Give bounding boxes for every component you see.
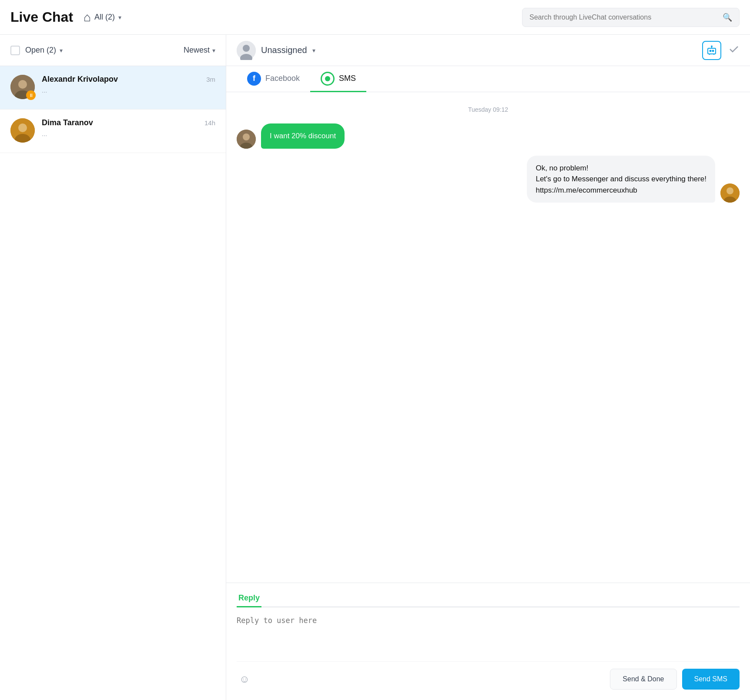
app-title: Live Chat — [10, 9, 73, 25]
send-actions: Send & Done Send SMS — [610, 669, 740, 690]
conv-content: Dima Taranov 14h ... — [42, 118, 215, 137]
tab-reply[interactable]: Reply — [237, 590, 261, 607]
conv-preview: ... — [42, 87, 215, 94]
timestamp-divider: Tuesday 09:12 — [237, 106, 740, 113]
chevron-down-icon: ▾ — [118, 14, 121, 21]
sms-icon — [321, 72, 335, 86]
all-selector-label: All (2) — [94, 13, 115, 22]
select-all-checkbox[interactable] — [10, 46, 20, 55]
send-sms-button[interactable]: Send SMS — [682, 669, 740, 690]
emoji-button[interactable]: ☺ — [237, 671, 252, 687]
conv-top: Dima Taranov 14h — [42, 118, 215, 127]
svg-point-1 — [18, 80, 27, 89]
conv-content: Alexandr Krivolapov 3m ... — [42, 75, 215, 94]
list-item[interactable]: Dima Taranov 14h ... — [0, 110, 226, 153]
mark-done-button[interactable] — [728, 43, 740, 57]
svg-rect-9 — [708, 48, 716, 54]
all-selector[interactable]: ⌂ All (2) ▾ — [84, 10, 121, 24]
svg-point-20 — [727, 187, 733, 194]
message-bubble: I want 20% discount — [261, 123, 345, 149]
avatar-wrap: ⏸ — [10, 75, 35, 99]
tab-facebook[interactable]: f Facebook — [237, 66, 310, 92]
messages-area: Tuesday 09:12 I want 20% discount Ok, no… — [226, 92, 750, 583]
svg-point-7 — [243, 45, 250, 52]
conv-name: Dima Taranov — [42, 118, 93, 127]
reply-tabs: Reply — [237, 583, 740, 607]
search-icon: 🔍 — [723, 13, 732, 22]
svg-point-10 — [710, 50, 711, 51]
svg-point-13 — [711, 46, 712, 47]
header-actions — [702, 41, 740, 60]
list-item[interactable]: ⏸ Alexandr Krivolapov 3m ... — [0, 66, 226, 110]
assignee-label: Unassigned — [261, 45, 307, 55]
bot-button[interactable] — [702, 41, 721, 60]
sms-tab-label: SMS — [339, 74, 356, 83]
conv-top: Alexandr Krivolapov 3m — [42, 75, 215, 84]
open-selector[interactable]: Open (2) ▾ — [25, 46, 63, 55]
assignee-selector[interactable]: Unassigned ▾ — [237, 41, 315, 60]
facebook-icon: f — [247, 72, 261, 86]
conv-time: 3m — [206, 76, 215, 83]
svg-point-17 — [243, 133, 250, 140]
reply-tab-label: Reply — [238, 593, 260, 602]
conv-time: 14h — [204, 119, 215, 127]
facebook-tab-label: Facebook — [265, 74, 300, 83]
main-layout: Open (2) ▾ Newest ▾ — [0, 35, 750, 700]
conv-name: Alexandr Krivolapov — [42, 75, 118, 84]
message-row: Ok, no problem! Let's go to Messenger an… — [237, 156, 740, 203]
newest-label: Newest — [184, 46, 210, 55]
conversation-list: ⏸ Alexandr Krivolapov 3m ... — [0, 66, 226, 700]
reply-input-area[interactable] — [237, 607, 740, 661]
avatar-wrap — [10, 118, 35, 143]
avatar — [237, 130, 256, 149]
house-icon: ⌂ — [84, 10, 91, 24]
chevron-down-icon: ▾ — [212, 47, 215, 54]
assignee-avatar — [237, 41, 256, 60]
tab-sms[interactable]: SMS — [310, 66, 366, 92]
newest-selector[interactable]: Newest ▾ — [184, 46, 215, 55]
chevron-down-icon: ▾ — [60, 47, 63, 54]
send-done-button[interactable]: Send & Done — [610, 669, 676, 690]
avatar — [10, 118, 35, 143]
search-input[interactable] — [529, 13, 718, 21]
reply-section: Reply ☺ Send & Done Send SMS — [226, 583, 750, 700]
message-bubble: Ok, no problem! Let's go to Messenger an… — [527, 156, 715, 203]
avatar — [720, 183, 740, 203]
svg-point-11 — [713, 50, 714, 51]
message-row: I want 20% discount — [237, 123, 740, 149]
reply-input[interactable] — [237, 616, 740, 651]
svg-point-4 — [18, 123, 27, 132]
conv-preview: ... — [42, 130, 215, 137]
open-label: Open (2) — [25, 46, 56, 55]
right-header: Unassigned ▾ — [226, 35, 750, 66]
left-panel: Open (2) ▾ Newest ▾ — [0, 35, 226, 700]
pause-badge: ⏸ — [26, 90, 36, 100]
top-header: Live Chat ⌂ All (2) ▾ 🔍 — [0, 0, 750, 35]
search-bar[interactable]: 🔍 — [522, 8, 740, 27]
channel-tabs: f Facebook SMS — [226, 66, 750, 92]
right-panel: Unassigned ▾ — [226, 35, 750, 700]
chevron-down-icon: ▾ — [312, 47, 315, 54]
pause-icon: ⏸ — [29, 93, 33, 98]
left-panel-header: Open (2) ▾ Newest ▾ — [0, 35, 226, 66]
reply-toolbar: ☺ Send & Done Send SMS — [237, 661, 740, 700]
